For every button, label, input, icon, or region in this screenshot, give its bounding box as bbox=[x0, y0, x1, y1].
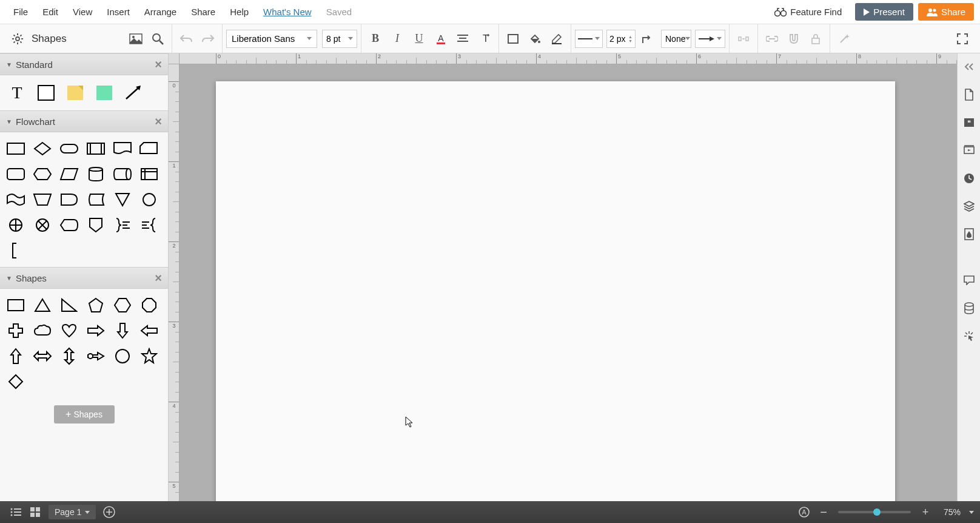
brace-left-shape[interactable] bbox=[137, 214, 161, 237]
menu-share[interactable]: Share bbox=[184, 2, 223, 22]
alt-process-shape[interactable] bbox=[4, 163, 28, 186]
arrow-down-shape[interactable] bbox=[110, 319, 135, 342]
align-button[interactable] bbox=[452, 29, 473, 49]
line-routing-button[interactable] bbox=[637, 29, 657, 49]
triangle-shape[interactable] bbox=[30, 294, 55, 317]
diamond-shape[interactable] bbox=[4, 370, 28, 393]
bracket-shape[interactable] bbox=[4, 239, 28, 262]
page-panel-button[interactable] bbox=[961, 86, 978, 103]
merge-shape[interactable] bbox=[110, 188, 135, 211]
menu-edit[interactable]: Edit bbox=[35, 2, 65, 22]
callout-arrow-shape[interactable] bbox=[84, 345, 108, 368]
page-canvas[interactable] bbox=[216, 81, 895, 501]
link-button[interactable] bbox=[762, 29, 782, 49]
collapse-panel-button[interactable] bbox=[961, 58, 978, 75]
double-arrow-v-shape[interactable] bbox=[57, 345, 81, 368]
menu-whats-new[interactable]: What's New bbox=[256, 2, 319, 22]
present-button[interactable]: Present bbox=[855, 3, 913, 21]
comments-panel-button[interactable]: ❝ bbox=[961, 114, 978, 131]
zoom-slider-knob[interactable] bbox=[873, 508, 881, 516]
document-shape[interactable] bbox=[110, 137, 135, 160]
heart-shape[interactable] bbox=[57, 319, 81, 342]
offpage-shape[interactable] bbox=[84, 214, 108, 237]
theme-panel-button[interactable] bbox=[961, 226, 978, 243]
menu-file[interactable]: File bbox=[6, 2, 35, 22]
cloud-shape[interactable] bbox=[30, 319, 55, 342]
actions-panel-button[interactable] bbox=[961, 328, 978, 345]
layers-panel-button[interactable] bbox=[961, 198, 978, 215]
database-shape[interactable] bbox=[84, 163, 108, 186]
grid-view-button[interactable] bbox=[25, 504, 45, 521]
rectangle-shape[interactable] bbox=[33, 80, 59, 106]
text-color-button[interactable]: A bbox=[431, 29, 451, 49]
chat-panel-button[interactable] bbox=[961, 272, 978, 289]
menu-view[interactable]: View bbox=[65, 2, 99, 22]
bold-button[interactable]: B bbox=[365, 29, 386, 49]
present-panel-button[interactable] bbox=[961, 142, 978, 159]
display-shape[interactable] bbox=[57, 214, 81, 237]
right-triangle-shape[interactable] bbox=[57, 294, 81, 317]
arrow-style-select[interactable] bbox=[695, 30, 725, 48]
menu-arrange[interactable]: Arrange bbox=[137, 2, 184, 22]
line-type-select[interactable]: None bbox=[661, 30, 691, 48]
star-shape[interactable] bbox=[137, 345, 161, 368]
outline-view-button[interactable] bbox=[6, 504, 25, 521]
border-color-button[interactable] bbox=[546, 29, 567, 49]
hexagon-shape[interactable] bbox=[110, 294, 135, 317]
font-size-select[interactable]: 8 pt bbox=[322, 30, 357, 48]
text-shape[interactable]: T bbox=[4, 80, 30, 106]
data-shape[interactable] bbox=[57, 163, 81, 186]
magic-wand-button[interactable] bbox=[834, 29, 854, 49]
search-shapes-button[interactable] bbox=[147, 29, 168, 49]
lock-button[interactable] bbox=[805, 29, 826, 49]
magnet-button[interactable] bbox=[784, 29, 804, 49]
redo-button[interactable] bbox=[198, 29, 218, 49]
cross-shape[interactable] bbox=[4, 319, 28, 342]
underline-button[interactable]: U bbox=[409, 29, 429, 49]
font-family-select[interactable]: Liberation Sans bbox=[226, 30, 317, 48]
delay-shape[interactable] bbox=[57, 188, 81, 211]
sticky-note-yellow[interactable] bbox=[62, 80, 89, 106]
connector-shape[interactable] bbox=[137, 188, 161, 211]
feature-find-button[interactable]: Feature Find bbox=[766, 7, 850, 17]
arrow-left-shape[interactable] bbox=[137, 319, 161, 342]
manual-op-shape[interactable] bbox=[30, 188, 55, 211]
fullscreen-button[interactable] bbox=[952, 29, 973, 49]
zoom-slider[interactable] bbox=[838, 511, 911, 513]
or-shape[interactable] bbox=[4, 214, 28, 237]
process-shape[interactable] bbox=[4, 137, 28, 160]
pentagon-shape[interactable] bbox=[84, 294, 108, 317]
octagon-shape[interactable] bbox=[137, 294, 161, 317]
undo-button[interactable] bbox=[176, 29, 196, 49]
zoom-out-button[interactable]: − bbox=[814, 504, 833, 521]
page-tab[interactable]: Page 1 bbox=[49, 505, 96, 519]
arrow-right-shape[interactable] bbox=[84, 319, 108, 342]
double-arrow-h-shape[interactable] bbox=[30, 345, 55, 368]
text-options-button[interactable]: T bbox=[474, 29, 495, 49]
ruler-horizontal[interactable]: 0123456789 bbox=[180, 53, 957, 64]
decision-shape[interactable] bbox=[30, 137, 55, 160]
rectangle2-shape[interactable] bbox=[4, 294, 28, 317]
category-header-flowchart[interactable]: ▼ Flowchart × bbox=[0, 110, 168, 132]
add-page-button[interactable] bbox=[99, 504, 119, 521]
canvas-viewport[interactable] bbox=[180, 64, 957, 501]
distribute-button[interactable] bbox=[733, 29, 754, 49]
line-arrow-shape[interactable] bbox=[120, 80, 147, 106]
settings-gear-button[interactable] bbox=[7, 29, 28, 49]
zoom-in-button[interactable]: + bbox=[916, 504, 935, 521]
menu-help[interactable]: Help bbox=[223, 2, 256, 22]
preparation-shape[interactable] bbox=[30, 163, 55, 186]
zoom-value[interactable]: 75% bbox=[940, 507, 964, 517]
sum-junction-shape[interactable] bbox=[30, 214, 55, 237]
predefined-shape[interactable] bbox=[84, 137, 108, 160]
line-width-input[interactable]: 2 px ▲▼ bbox=[606, 30, 636, 48]
close-category-button[interactable]: × bbox=[155, 58, 162, 72]
brace-right-shape[interactable] bbox=[110, 214, 135, 237]
category-header-standard[interactable]: ▼ Standard × bbox=[0, 53, 168, 75]
arrow-up-shape[interactable] bbox=[4, 345, 28, 368]
category-header-shapes[interactable]: ▼ Shapes × bbox=[0, 267, 168, 289]
line-style-select[interactable] bbox=[575, 30, 603, 48]
sticky-note-green[interactable] bbox=[91, 80, 118, 106]
internal-storage-shape[interactable] bbox=[137, 163, 161, 186]
card-shape[interactable] bbox=[137, 137, 161, 160]
